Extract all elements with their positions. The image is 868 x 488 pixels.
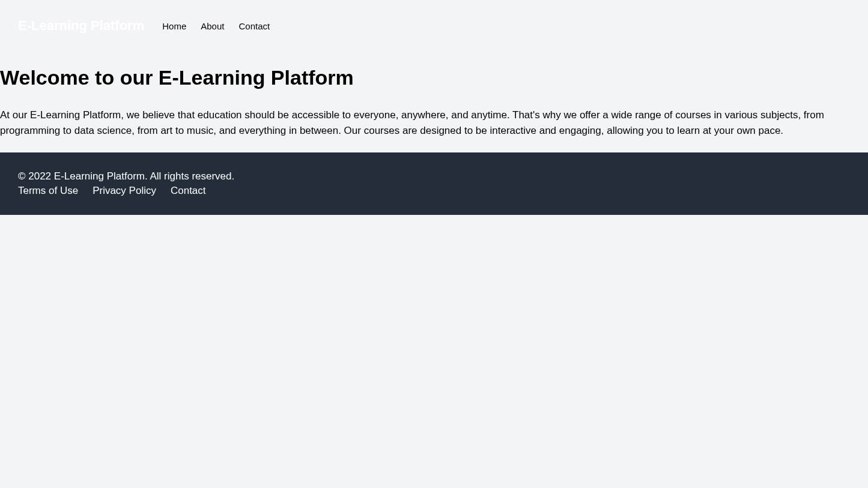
brand-logo[interactable]: E-Learning Platform	[18, 18, 144, 34]
footer-link-privacy[interactable]: Privacy Policy	[93, 185, 156, 197]
nav-link-home[interactable]: Home	[162, 21, 186, 31]
nav-link-about[interactable]: About	[201, 21, 224, 31]
footer-link-terms[interactable]: Terms of Use	[18, 185, 78, 197]
navbar: E-Learning Platform Home About Contact	[0, 0, 868, 52]
page-description: At our E-Learning Platform, we believe t…	[0, 107, 868, 138]
nav-link-contact[interactable]: Contact	[238, 21, 270, 31]
footer-copyright: © 2022 E-Learning Platform. All rights r…	[18, 170, 850, 182]
page-title: Welcome to our E-Learning Platform	[0, 66, 868, 89]
footer-links-container: Terms of Use Privacy Policy Contact	[18, 185, 850, 197]
footer: © 2022 E-Learning Platform. All rights r…	[0, 152, 868, 215]
main-content: Welcome to our E-Learning Platform At ou…	[0, 52, 868, 152]
nav-links-container: Home About Contact	[162, 21, 270, 31]
footer-link-contact[interactable]: Contact	[171, 185, 206, 197]
